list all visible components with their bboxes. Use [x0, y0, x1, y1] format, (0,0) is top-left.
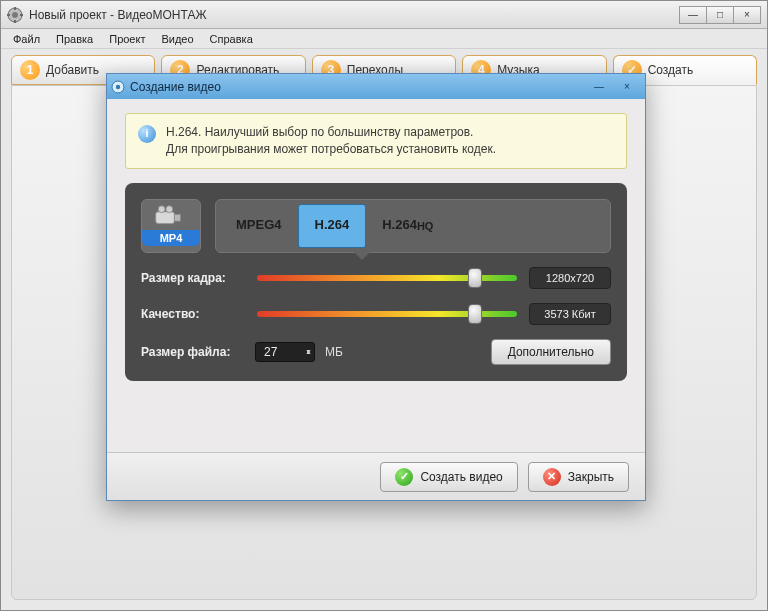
info-text: H.264. Наилучший выбор по большинству па… — [166, 124, 496, 158]
close-dialog-button[interactable]: ✕ Закрыть — [528, 462, 629, 492]
dialog-titlebar[interactable]: Создание видео — × — [107, 74, 645, 99]
filesize-spinner[interactable]: 27 ▲ ▼ — [255, 342, 315, 362]
menubar: Файл Правка Проект Видео Справка — [1, 29, 767, 49]
window-title: Новый проект - ВидеоМОНТАЖ — [29, 8, 679, 22]
menu-help[interactable]: Справка — [202, 31, 261, 47]
frame-size-value: 1280x720 — [529, 267, 611, 289]
menu-video[interactable]: Видео — [153, 31, 201, 47]
create-video-dialog: Создание видео — × i H.264. Наилучший вы… — [106, 73, 646, 501]
quality-slider[interactable] — [257, 311, 517, 317]
frame-size-label: Размер кадра: — [141, 271, 245, 285]
svg-point-10 — [158, 205, 165, 212]
codec-option-h264[interactable]: H.264 — [298, 204, 367, 248]
codec-option-mpeg4[interactable]: MPEG4 — [220, 204, 298, 248]
tab-label: Создать — [648, 63, 694, 77]
dialog-close-button[interactable]: × — [613, 79, 641, 95]
selector-arrow-icon — [354, 252, 370, 260]
format-label: MP4 — [142, 230, 200, 246]
dialog-title: Создание видео — [130, 80, 585, 94]
menu-edit[interactable]: Правка — [48, 31, 101, 47]
info-line1: H.264. Наилучший выбор по большинству па… — [166, 124, 496, 141]
button-label: Создать видео — [420, 470, 502, 484]
format-badge: MP4 — [141, 199, 201, 253]
info-line2: Для проигрывания может потребоваться уст… — [166, 141, 496, 158]
minimize-button[interactable]: — — [679, 6, 707, 24]
svg-rect-4 — [7, 14, 10, 16]
filesize-value: 27 — [264, 345, 277, 359]
advanced-button[interactable]: Дополнительно — [491, 339, 611, 365]
frame-size-row: Размер кадра: 1280x720 — [141, 267, 611, 289]
menu-project[interactable]: Проект — [101, 31, 153, 47]
svg-point-7 — [116, 84, 120, 88]
close-button[interactable]: × — [733, 6, 761, 24]
info-icon: i — [138, 125, 156, 143]
svg-rect-3 — [14, 20, 16, 23]
quality-row: Качество: 3573 Кбит — [141, 303, 611, 325]
frame-size-slider[interactable] — [257, 275, 517, 281]
tab-label: Добавить — [46, 63, 99, 77]
window-controls: — □ × — [679, 6, 761, 24]
main-titlebar: Новый проект - ВидеоМОНТАЖ — □ × — [1, 1, 767, 29]
slider-thumb[interactable] — [468, 304, 482, 324]
dialog-body: i H.264. Наилучший выбор по большинству … — [107, 99, 645, 452]
codec-row: MP4 MPEG4 H.264 H.264HQ — [141, 199, 611, 253]
quality-value: 3573 Кбит — [529, 303, 611, 325]
check-icon: ✓ — [395, 468, 413, 486]
dialog-minimize-button[interactable]: — — [585, 79, 613, 95]
gear-icon — [111, 80, 125, 94]
filesize-row: Размер файла: 27 ▲ ▼ МБ Дополнительно — [141, 339, 611, 365]
settings-panel: MP4 MPEG4 H.264 H.264HQ Размер кадра: 12… — [125, 183, 627, 381]
dialog-footer: ✓ Создать видео ✕ Закрыть — [107, 452, 645, 500]
svg-rect-8 — [156, 211, 175, 223]
filesize-label: Размер файла: — [141, 345, 245, 359]
camcorder-icon — [154, 204, 188, 228]
maximize-button[interactable]: □ — [706, 6, 734, 24]
info-box: i H.264. Наилучший выбор по большинству … — [125, 113, 627, 169]
svg-point-11 — [166, 205, 173, 212]
app-icon — [7, 7, 23, 23]
close-icon: ✕ — [543, 468, 561, 486]
codec-option-h264-hq[interactable]: H.264HQ — [366, 204, 449, 248]
svg-rect-5 — [20, 14, 23, 16]
menu-file[interactable]: Файл — [5, 31, 48, 47]
svg-rect-9 — [174, 214, 180, 221]
svg-point-1 — [12, 12, 18, 18]
quality-label: Качество: — [141, 307, 245, 321]
slider-thumb[interactable] — [468, 268, 482, 288]
button-label: Закрыть — [568, 470, 614, 484]
create-video-button[interactable]: ✓ Создать видео — [380, 462, 517, 492]
codec-selector: MPEG4 H.264 H.264HQ — [215, 199, 611, 253]
svg-rect-2 — [14, 7, 16, 10]
filesize-unit: МБ — [325, 345, 343, 359]
step-number-icon: 1 — [20, 60, 40, 80]
